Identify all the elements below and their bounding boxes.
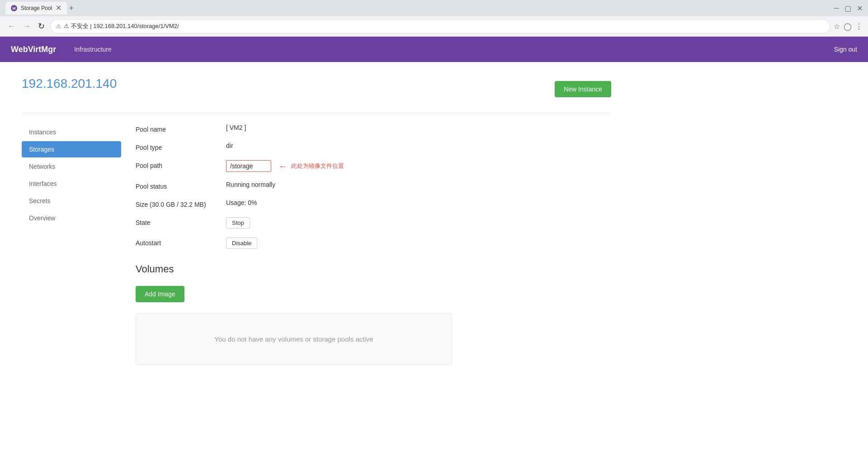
sidebar-item-interfaces[interactable]: Interfaces xyxy=(22,176,121,192)
main-content: 192.168.201.140 New Instance Instances S… xyxy=(0,62,633,380)
back-button[interactable]: ← xyxy=(5,20,17,33)
sidebar-item-instances[interactable]: Instances xyxy=(22,124,121,140)
sign-out-button[interactable]: Sign out xyxy=(834,46,857,53)
page-title: 192.168.201.140 xyxy=(22,76,117,91)
new-instance-button[interactable]: New Instance xyxy=(555,81,611,97)
pool-state-label: State xyxy=(136,217,226,228)
pool-size-value: Usage: 0% xyxy=(226,199,611,208)
pool-autostart-label: Autostart xyxy=(136,238,226,249)
pool-path-input[interactable] xyxy=(226,160,271,172)
pool-size-label: Size (30.0 GB / 32.2 MB) xyxy=(136,199,226,208)
sidebar: Instances Storages Networks Interfaces S… xyxy=(22,124,121,365)
browser-titlebar: W Storage Pool ✕ + ─ ▢ ✕ xyxy=(0,0,868,16)
stop-button[interactable]: Stop xyxy=(226,217,250,228)
menu-button[interactable]: ⋮ xyxy=(855,22,863,31)
sidebar-item-networks[interactable]: Networks xyxy=(22,158,121,175)
empty-volumes-box: You do not have any volumes or storage p… xyxy=(136,313,452,365)
pool-details: Pool name [ VM2 ] Pool type dir Pool pat… xyxy=(121,124,611,365)
volumes-section: Volumes Add Image You do not have any vo… xyxy=(136,263,611,365)
volumes-title: Volumes xyxy=(136,263,611,275)
browser-chrome: W Storage Pool ✕ + ─ ▢ ✕ ← → ↻ ⚠ ⚠ 不安全 |… xyxy=(0,0,868,37)
annotation-text: 此处为镜像文件位置 xyxy=(291,162,344,170)
tab-close-btn[interactable]: ✕ xyxy=(56,5,61,12)
pool-path-container: ← 此处为镜像文件位置 xyxy=(226,160,611,172)
pool-type-value: dir xyxy=(226,142,611,151)
maximize-button[interactable]: ▢ xyxy=(844,4,851,13)
disable-button[interactable]: Disable xyxy=(226,238,257,249)
pool-type-label: Pool type xyxy=(136,142,226,151)
url-text: ⚠ 不安全 | 192.168.201.140/storage/1/VM2/ xyxy=(64,22,824,30)
tab-favicon: W xyxy=(11,5,17,11)
browser-actions: ☆ ◯ ⋮ xyxy=(834,22,863,31)
new-tab-button[interactable]: + xyxy=(69,4,74,13)
pool-name-value: [ VM2 ] xyxy=(226,124,611,133)
bookmark-button[interactable]: ☆ xyxy=(834,22,840,31)
empty-volumes-message: You do not have any volumes or storage p… xyxy=(214,335,373,343)
pool-autostart-controls: Disable xyxy=(226,238,611,249)
browser-tab[interactable]: W Storage Pool ✕ xyxy=(5,2,67,14)
browser-controls: ← → ↻ ⚠ ⚠ 不安全 | 192.168.201.140/storage/… xyxy=(0,16,868,36)
infrastructure-nav-link[interactable]: Infrastructure xyxy=(71,44,115,55)
sidebar-item-secrets[interactable]: Secrets xyxy=(22,193,121,209)
close-button[interactable]: ✕ xyxy=(857,4,863,13)
pool-info-grid: Pool name [ VM2 ] Pool type dir Pool pat… xyxy=(136,124,611,249)
app-header: WebVirtMgr Infrastructure Sign out xyxy=(0,37,868,62)
pool-path-label: Pool path xyxy=(136,160,226,172)
pool-status-label: Pool status xyxy=(136,181,226,190)
security-icon: ⚠ xyxy=(56,23,61,29)
reload-button[interactable]: ↻ xyxy=(36,19,47,33)
address-bar[interactable]: ⚠ ⚠ 不安全 | 192.168.201.140/storage/1/VM2/ xyxy=(50,19,830,33)
sidebar-item-storages[interactable]: Storages xyxy=(22,141,121,157)
pool-state-controls: Stop xyxy=(226,217,611,228)
window-controls: ─ ▢ ✕ xyxy=(834,4,863,13)
red-arrow-icon: ← xyxy=(278,161,288,171)
app-logo: WebVirtMgr xyxy=(11,45,56,54)
pool-name-label: Pool name xyxy=(136,124,226,133)
arrow-annotation: ← 此处为镜像文件位置 xyxy=(278,161,344,171)
forward-button[interactable]: → xyxy=(21,20,33,33)
profile-button[interactable]: ◯ xyxy=(844,22,852,31)
sidebar-item-overview[interactable]: Overview xyxy=(22,210,121,226)
pool-status-value: Running normally xyxy=(226,181,611,190)
header-row: 192.168.201.140 New Instance xyxy=(22,76,611,102)
add-image-button[interactable]: Add Image xyxy=(136,286,184,302)
tab-title: Storage Pool xyxy=(21,5,52,11)
divider xyxy=(22,113,611,113)
minimize-button[interactable]: ─ xyxy=(834,4,839,13)
content-layout: Instances Storages Networks Interfaces S… xyxy=(22,124,611,365)
